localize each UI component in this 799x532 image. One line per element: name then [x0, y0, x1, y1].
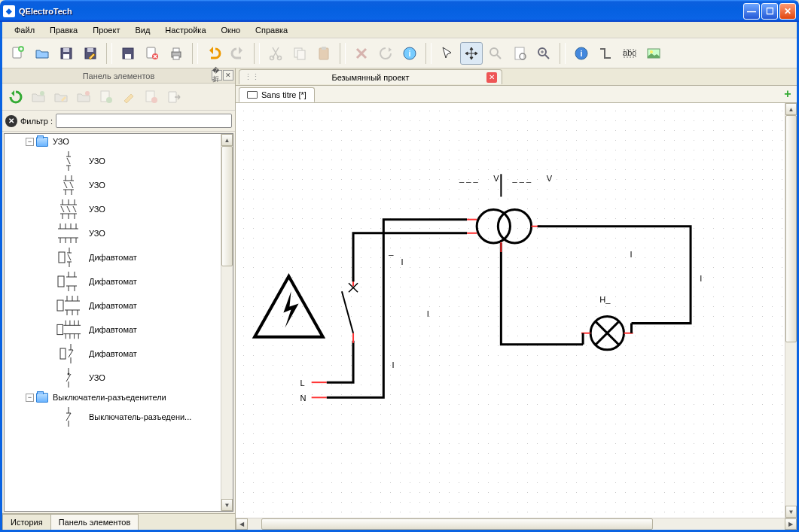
minimize-button[interactable]: — [743, 3, 760, 20]
filter-input[interactable] [56, 114, 232, 128]
edit-label-button[interactable]: abc [618, 42, 641, 65]
menu-file[interactable]: Файл [7, 23, 42, 37]
svg-text:I: I [630, 250, 633, 259]
zoom-fit-button[interactable] [532, 42, 555, 65]
svg-point-14 [270, 56, 274, 59]
menu-edit[interactable]: Правка [42, 23, 85, 37]
svg-rect-19 [322, 47, 326, 50]
canvas[interactable]: L N _ _ _ [236, 103, 797, 518]
save-as-button[interactable] [79, 42, 102, 65]
tree-item[interactable]: УЗО [5, 197, 233, 221]
collapse-icon[interactable]: − [26, 138, 34, 146]
tree-item[interactable]: Дифавтомат [5, 342, 233, 366]
menu-project[interactable]: Проект [85, 23, 127, 37]
delete-button[interactable] [350, 42, 373, 65]
tree-label: Выключатель-разъедени... [89, 412, 191, 421]
collapse-icon[interactable]: − [26, 394, 34, 402]
svg-rect-17 [297, 50, 305, 59]
project-close-button[interactable]: ✕ [486, 72, 497, 83]
tree-label: Выключатели-разъеденители [53, 393, 166, 402]
save-floppy-button[interactable] [117, 42, 139, 65]
editor-area: ⋮⋮ Безымянный проект ✕ Sans titre [*] + [236, 68, 797, 530]
tree-item[interactable]: УЗО [5, 221, 233, 245]
tree-item[interactable]: Дифавтомат [5, 245, 233, 269]
scroll-thumb[interactable] [221, 146, 233, 266]
tree-item[interactable]: Дифавтомат [5, 318, 233, 342]
elements-tree[interactable]: − УЗО УЗО УЗО УЗО УЗО Дифавтомат Дифавто… [4, 133, 233, 512]
panel-delete-folder-button[interactable] [73, 87, 94, 108]
tab-elements[interactable]: Панель элементов [50, 514, 139, 530]
maximize-button[interactable]: ☐ [761, 3, 778, 20]
svg-rect-4 [63, 54, 69, 59]
scroll-thumb[interactable] [261, 518, 653, 530]
scroll-down-button[interactable]: ▼ [221, 499, 233, 511]
tree-item[interactable]: Дифавтомат [5, 269, 233, 293]
tree-folder-switches[interactable]: − Выключатели-разъеденители [5, 390, 233, 405]
svg-text:_: _ [388, 247, 394, 256]
panel-edit-element-button[interactable] [118, 87, 139, 108]
close-doc-button[interactable] [141, 42, 163, 65]
menu-view[interactable]: Вид [127, 23, 157, 37]
copy-button[interactable] [288, 42, 311, 65]
tree-item[interactable]: УЗО [5, 366, 233, 390]
scroll-right-button[interactable]: ▶ [785, 518, 797, 530]
save-button[interactable] [55, 42, 78, 65]
panel-new-folder-button[interactable] [28, 87, 49, 108]
menu-help[interactable]: Справка [248, 23, 295, 37]
panel-import-button[interactable] [163, 87, 185, 108]
cut-button[interactable] [264, 42, 287, 65]
tree-label: УЗО [89, 373, 105, 382]
panel-refresh-button[interactable] [5, 87, 26, 108]
clear-filter-icon[interactable]: ✕ [5, 115, 17, 127]
svg-rect-8 [125, 54, 131, 59]
scroll-up-button[interactable]: ▲ [221, 134, 233, 146]
tree-item[interactable]: Дифавтомат [5, 293, 233, 318]
print-button[interactable] [165, 42, 188, 65]
scroll-left-button[interactable]: ◀ [236, 518, 248, 530]
svg-rect-13 [173, 56, 179, 59]
panel-new-element-button[interactable] [96, 87, 117, 108]
tree-scrollbar[interactable]: ▲ ▼ [221, 134, 233, 511]
canvas-vscroll[interactable]: ▲ ▼ [785, 103, 797, 518]
move-tool[interactable] [460, 42, 483, 65]
panel-close-button[interactable]: ✕ [223, 70, 233, 81]
tree-item[interactable]: УЗО [5, 173, 233, 197]
svg-text:V: V [493, 174, 499, 183]
properties-button[interactable]: i [398, 42, 421, 65]
circuit-diagram: L N _ _ _ [236, 103, 797, 518]
wire-button[interactable] [594, 42, 617, 65]
menu-window[interactable]: Окно [214, 23, 249, 37]
scroll-thumb[interactable] [785, 115, 797, 506]
svg-point-15 [278, 56, 282, 59]
new-project-button[interactable] [7, 42, 29, 65]
tree-folder-uzo[interactable]: − УЗО [5, 134, 233, 149]
project-tab[interactable]: ⋮⋮ Безымянный проект ✕ [239, 69, 502, 84]
page-tool[interactable] [508, 42, 531, 65]
redo-button[interactable] [227, 42, 249, 65]
add-tab-button[interactable]: + [782, 88, 794, 100]
tab-history[interactable]: История [2, 514, 51, 530]
image-button[interactable] [642, 42, 665, 65]
info-button[interactable]: i [570, 42, 593, 65]
close-button[interactable]: ✕ [779, 3, 796, 20]
tree-item[interactable]: УЗО [5, 149, 233, 173]
cursor-tool[interactable] [436, 42, 459, 65]
paste-button[interactable] [313, 42, 335, 65]
scroll-up-button[interactable]: ▲ [785, 103, 797, 115]
svg-rect-3 [63, 48, 69, 52]
panel-delete-element-button[interactable] [141, 87, 162, 108]
panel-float-button[interactable]: �折 [212, 70, 222, 81]
project-tab-label: Безымянный проект [331, 73, 409, 82]
scroll-down-button[interactable]: ▼ [785, 506, 797, 518]
canvas-hscroll[interactable]: ◀ ▶ [236, 518, 797, 530]
menu-settings[interactable]: Настройка [157, 23, 213, 37]
rotate-button[interactable] [374, 42, 397, 65]
panel-edit-folder-button[interactable] [50, 87, 72, 108]
zoom-tool[interactable] [484, 42, 507, 65]
document-tab[interactable]: Sans titre [*] [239, 87, 315, 102]
tree-item[interactable]: Выключатель-разъедени... [5, 405, 233, 429]
svg-point-22 [490, 48, 498, 56]
open-button[interactable] [31, 42, 53, 65]
undo-button[interactable] [203, 42, 225, 65]
panel-title-bar: Панель элементов �折 ✕ [2, 68, 235, 84]
